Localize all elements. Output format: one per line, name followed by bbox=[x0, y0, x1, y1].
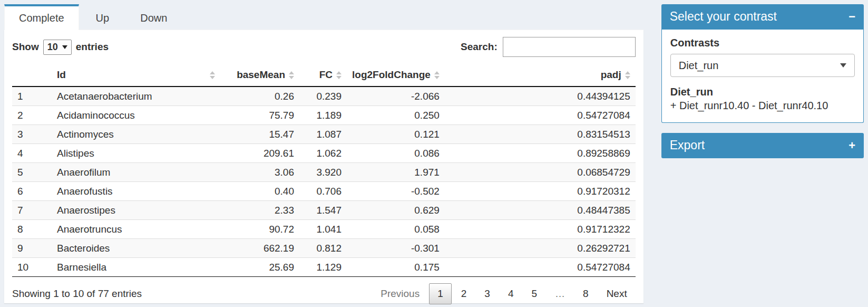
id-cell: Anaerotruncus bbox=[52, 220, 220, 239]
basemean-cell: 0.40 bbox=[220, 182, 299, 201]
contrast-formula: + Diet_runr10.40 - Diet_runr40.10 bbox=[670, 100, 855, 112]
pagination-page-2[interactable]: 2 bbox=[453, 283, 475, 304]
basemean-cell: 2.33 bbox=[220, 201, 299, 220]
pagination-page-8[interactable]: 8 bbox=[574, 283, 597, 304]
basemean-cell: 75.79 bbox=[220, 106, 299, 125]
id-cell: Anaerostipes bbox=[52, 201, 220, 220]
basemean-cell: 15.47 bbox=[220, 125, 299, 144]
row-index-cell: 8 bbox=[12, 220, 52, 239]
sort-both-icon bbox=[336, 71, 342, 79]
tab-bar: Complete Up Down bbox=[4, 4, 643, 30]
fc-cell: 1.547 bbox=[299, 201, 347, 220]
padj-cell: 0.89258869 bbox=[445, 144, 636, 163]
fc-cell: 1.129 bbox=[299, 258, 347, 277]
column-header-basemean[interactable]: baseMean bbox=[220, 64, 299, 87]
contrast-select[interactable]: Diet_run bbox=[670, 54, 855, 77]
log2fc-cell: 0.250 bbox=[347, 106, 445, 125]
search-control: Search: bbox=[461, 37, 636, 57]
padj-cell: 0.54727084 bbox=[445, 106, 636, 125]
log2fc-cell: 1.971 bbox=[347, 163, 445, 182]
column-header-rownum bbox=[12, 64, 52, 87]
column-header-id[interactable]: Id bbox=[52, 64, 220, 87]
id-cell: Alistipes bbox=[52, 144, 220, 163]
show-label: Show bbox=[12, 41, 39, 53]
table-row: 2Acidaminococcus75.791.1890.2500.5472708… bbox=[12, 106, 636, 125]
results-table: Id baseMean FC log2FoldChange padj bbox=[12, 64, 636, 277]
pagination-ellipsis: … bbox=[547, 283, 573, 304]
results-tabbox: Complete Up Down Show 10 entries Search: bbox=[4, 4, 643, 302]
padj-cell: 0.91720312 bbox=[445, 182, 636, 201]
pagination-page-4[interactable]: 4 bbox=[500, 283, 522, 304]
column-header-padj[interactable]: padj bbox=[445, 64, 636, 87]
sort-both-icon bbox=[434, 71, 440, 79]
fc-cell: 3.920 bbox=[299, 163, 347, 182]
contrasts-label: Contrasts bbox=[670, 37, 855, 49]
padj-cell: 0.26292721 bbox=[445, 239, 636, 258]
page: Complete Up Down Show 10 entries Search: bbox=[0, 0, 868, 306]
padj-cell: 0.44394125 bbox=[445, 87, 636, 106]
table-row: 7Anaerostipes2.331.5470.6290.48447385 bbox=[12, 201, 636, 220]
log2fc-cell: -2.066 bbox=[347, 87, 445, 106]
table-footer: Showing 1 to 10 of 77 entries Previous 1… bbox=[12, 283, 636, 304]
pagination-page-5[interactable]: 5 bbox=[523, 283, 545, 304]
contrast-box-title: Select your contrast bbox=[670, 9, 777, 24]
log2fc-cell: -0.301 bbox=[347, 239, 445, 258]
table-row: 6Anaerofustis0.400.706-0.5020.91720312 bbox=[12, 182, 636, 201]
pagination-next[interactable]: Next bbox=[598, 283, 636, 304]
id-cell: Actinomyces bbox=[52, 125, 220, 144]
sort-both-icon bbox=[625, 71, 630, 79]
collapse-minus-icon[interactable]: − bbox=[849, 12, 855, 22]
log2fc-cell: 0.121 bbox=[347, 125, 445, 144]
chevron-down-icon bbox=[840, 63, 846, 68]
table-controls: Show 10 entries Search: bbox=[12, 35, 636, 59]
id-cell: Bacteroides bbox=[52, 239, 220, 258]
table-row: 8Anaerotruncus90.721.0410.0580.91712322 bbox=[12, 220, 636, 239]
row-index-cell: 1 bbox=[12, 87, 52, 106]
basemean-cell: 3.06 bbox=[220, 163, 299, 182]
column-header-label: log2FoldChange bbox=[352, 69, 431, 81]
table-row: 10Barnesiella25.691.1290.1750.54727084 bbox=[12, 258, 636, 277]
log2fc-cell: 0.175 bbox=[347, 258, 445, 277]
padj-cell: 0.06854729 bbox=[445, 163, 636, 182]
row-index-cell: 7 bbox=[12, 201, 52, 220]
pagination-previous[interactable]: Previous bbox=[372, 283, 428, 304]
contrast-box-header: Select your contrast − bbox=[661, 4, 864, 30]
column-header-label: FC bbox=[319, 69, 333, 81]
basemean-cell: 25.69 bbox=[220, 258, 299, 277]
tab-down[interactable]: Down bbox=[126, 4, 181, 30]
table-row: 4Alistipes209.611.0620.0860.89258869 bbox=[12, 144, 636, 163]
table-row: 9Bacteroides662.190.812-0.3010.26292721 bbox=[12, 239, 636, 258]
search-input[interactable] bbox=[503, 37, 636, 57]
column-header-label: padj bbox=[601, 69, 621, 81]
column-header-log2foldchange[interactable]: log2FoldChange bbox=[347, 64, 445, 87]
export-box-header: Export + bbox=[661, 133, 864, 158]
id-cell: Barnesiella bbox=[52, 258, 220, 277]
tab-panel-complete: Show 10 entries Search: bbox=[4, 30, 643, 303]
log2fc-cell: 0.629 bbox=[347, 201, 445, 220]
padj-cell: 0.48447385 bbox=[445, 201, 636, 220]
tab-complete[interactable]: Complete bbox=[4, 4, 79, 30]
fc-cell: 0.706 bbox=[299, 182, 347, 201]
column-header-fc[interactable]: FC bbox=[299, 64, 347, 87]
row-index-cell: 2 bbox=[12, 106, 52, 125]
search-label: Search: bbox=[461, 41, 498, 53]
row-index-cell: 3 bbox=[12, 125, 52, 144]
row-index-cell: 10 bbox=[12, 258, 52, 277]
pagination-page-1[interactable]: 1 bbox=[429, 283, 452, 304]
column-header-label: baseMean bbox=[237, 69, 285, 81]
table-row: 1Acetanaerobacterium0.260.239-2.0660.443… bbox=[12, 87, 636, 106]
sidebar: Select your contrast − Contrasts Diet_ru… bbox=[661, 4, 864, 302]
sort-both-icon bbox=[210, 71, 215, 79]
fc-cell: 0.812 bbox=[299, 239, 347, 258]
row-index-cell: 5 bbox=[12, 163, 52, 182]
fc-cell: 1.087 bbox=[299, 125, 347, 144]
padj-cell: 0.91712322 bbox=[445, 220, 636, 239]
page-length-select[interactable]: 10 bbox=[43, 40, 72, 55]
padj-cell: 0.54727084 bbox=[445, 258, 636, 277]
pagination-page-3[interactable]: 3 bbox=[476, 283, 499, 304]
collapse-plus-icon[interactable]: + bbox=[849, 140, 855, 151]
fc-cell: 1.062 bbox=[299, 144, 347, 163]
tab-up[interactable]: Up bbox=[82, 4, 124, 30]
table-header-row: Id baseMean FC log2FoldChange padj bbox=[12, 64, 636, 87]
basemean-cell: 209.61 bbox=[220, 144, 299, 163]
